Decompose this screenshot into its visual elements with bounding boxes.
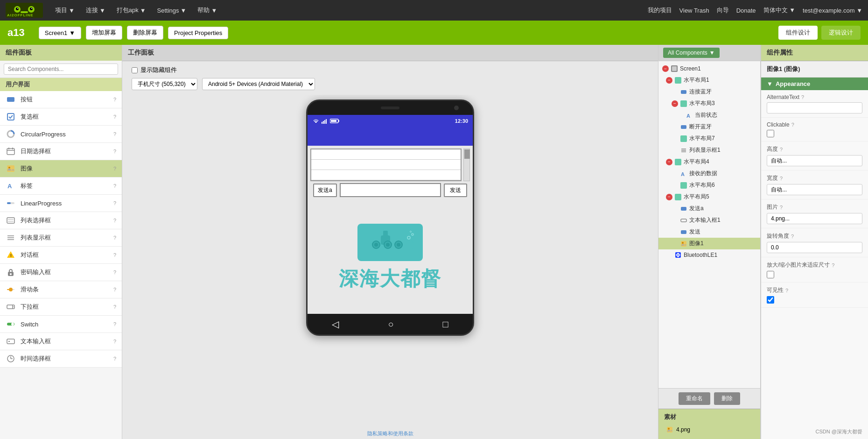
search-input[interactable]: [4, 64, 118, 75]
rotation-help[interactable]: ?: [791, 234, 794, 239]
rename-btn[interactable]: 重命名: [679, 392, 710, 405]
collapse-layout1[interactable]: −: [666, 77, 672, 84]
comp-button[interactable]: 按钮 ?: [0, 91, 122, 108]
time-picker-help-icon[interactable]: ?: [113, 356, 116, 361]
nav-wizard[interactable]: 向导: [717, 6, 729, 14]
send-button[interactable]: 发送: [444, 184, 467, 197]
comp-time-picker[interactable]: 时间选择框 ?: [0, 350, 122, 368]
visible-help[interactable]: ?: [785, 288, 788, 293]
tree-screen1[interactable]: − Screen1: [658, 63, 760, 74]
collapse-layout5[interactable]: −: [666, 194, 672, 200]
phone-size-select[interactable]: 手机尺寸 (505,320): [132, 78, 197, 90]
rotation-input[interactable]: [767, 242, 862, 253]
clickable-checkbox[interactable]: [767, 130, 774, 137]
scale-to-fit-checkbox[interactable]: [767, 271, 774, 278]
list-view-help-icon[interactable]: ?: [113, 235, 116, 241]
add-screen-button[interactable]: 增加屏幕: [86, 26, 122, 40]
collapse-screen1[interactable]: −: [662, 65, 669, 72]
nav-my-projects[interactable]: 我的项目: [648, 6, 672, 14]
alternate-text-input[interactable]: [767, 102, 862, 113]
label-help-icon[interactable]: ?: [113, 183, 116, 189]
linear-progress-help-icon[interactable]: ?: [113, 200, 116, 206]
scale-help[interactable]: ?: [832, 262, 834, 268]
comp-spinner[interactable]: 下拉框 ?: [0, 298, 122, 316]
collapse-layout3[interactable]: −: [672, 100, 678, 107]
show-hidden-checkbox[interactable]: [132, 67, 138, 73]
comp-list-view[interactable]: 列表显示框 ?: [0, 229, 122, 247]
nav-view-trash[interactable]: View Trash: [679, 7, 709, 14]
send-a-button[interactable]: 发送a: [313, 184, 337, 197]
visible-checkbox[interactable]: [767, 296, 774, 304]
password-help-icon[interactable]: ?: [113, 269, 116, 275]
tree-senda[interactable]: 发送a: [658, 203, 760, 214]
footer-link[interactable]: 隐私策略和使用条款: [122, 428, 658, 439]
screen1-button[interactable]: Screen1 ▼: [39, 27, 81, 39]
alternate-text-help[interactable]: ?: [801, 94, 804, 100]
tree-textbox1[interactable]: 文本输入框1: [658, 214, 760, 226]
image-help-icon[interactable]: ?: [113, 166, 116, 171]
comp-linear-progress[interactable]: LinearProgress ?: [0, 195, 122, 212]
tree-layout7[interactable]: 水平布局7: [658, 133, 760, 144]
button-help-icon[interactable]: ?: [113, 97, 116, 102]
nav-settings[interactable]: Settings ▼: [153, 4, 191, 16]
width-input[interactable]: [767, 184, 862, 195]
list-picker-help-icon[interactable]: ?: [113, 218, 116, 223]
picture-input[interactable]: [767, 213, 862, 224]
checkbox-help-icon[interactable]: ?: [113, 114, 116, 120]
date-picker-help-icon[interactable]: ?: [113, 149, 116, 154]
project-properties-button[interactable]: Project Properties: [168, 27, 228, 39]
comp-switch[interactable]: Switch ?: [0, 316, 122, 333]
home-icon[interactable]: ○: [388, 319, 393, 330]
tree-layout3[interactable]: − 水平布局3: [658, 98, 760, 109]
tree-listview1[interactable]: 列表显示框1: [658, 144, 760, 156]
scroll-track[interactable]: [463, 149, 470, 181]
comp-slider[interactable]: 滑动条 ?: [0, 281, 122, 298]
tree-disconnect-bt[interactable]: 断开蓝牙: [658, 121, 760, 133]
comp-checkbox[interactable]: 复选框 ?: [0, 108, 122, 126]
tree-connect-bt[interactable]: 连接蓝牙: [658, 86, 760, 98]
height-input[interactable]: [767, 155, 862, 166]
tree-bluetooth-le[interactable]: BluetoothLE1: [658, 249, 760, 261]
tree-image1[interactable]: 图像1: [658, 238, 760, 249]
nav-connect[interactable]: 连接 ▼: [81, 4, 110, 16]
tree-send[interactable]: 发送: [658, 226, 760, 238]
remove-screen-button[interactable]: 删除屏幕: [127, 26, 163, 40]
tree-layout5[interactable]: − 水平布局5: [658, 191, 760, 203]
tree-layout4[interactable]: − 水平布局4: [658, 156, 760, 168]
text-input-help-icon[interactable]: ?: [113, 339, 116, 344]
comp-date-picker[interactable]: 日期选择框 ?: [0, 143, 122, 160]
spinner-help-icon[interactable]: ?: [113, 304, 116, 310]
notifier-help-icon[interactable]: ?: [113, 252, 116, 258]
comp-text-input[interactable]: 文本输入框 ?: [0, 333, 122, 350]
comp-notifier[interactable]: ! 对话框 ?: [0, 247, 122, 264]
nav-build[interactable]: 打包apk ▼: [112, 4, 151, 16]
switch-help-icon[interactable]: ?: [113, 321, 116, 327]
picture-help[interactable]: ?: [780, 205, 783, 210]
tree-received-data[interactable]: A 接收的数据: [658, 168, 760, 179]
tree-current-status[interactable]: A 当前状态: [658, 109, 760, 121]
text-input-field[interactable]: [340, 183, 441, 197]
slider-help-icon[interactable]: ?: [113, 287, 116, 292]
device-type-select[interactable]: Android 5+ Devices (Android Material): [202, 78, 315, 90]
recent-icon[interactable]: □: [442, 319, 448, 330]
tree-layout1[interactable]: − 水平布局1: [658, 74, 760, 86]
width-help[interactable]: ?: [780, 176, 783, 181]
height-help[interactable]: ?: [780, 147, 783, 152]
logic-tab[interactable]: 逻辑设计: [821, 26, 861, 40]
nav-donate[interactable]: Donate: [736, 7, 756, 14]
design-tab[interactable]: 组件设计: [778, 26, 818, 40]
comp-circular-progress[interactable]: CircularProgress ?: [0, 126, 122, 143]
delete-btn[interactable]: 删除: [714, 392, 740, 405]
collapse-layout4[interactable]: −: [666, 159, 672, 165]
circular-progress-help-icon[interactable]: ?: [113, 131, 116, 137]
clickable-help[interactable]: ?: [791, 122, 794, 127]
comp-image[interactable]: 图像 ?: [0, 160, 122, 177]
comp-password[interactable]: 密码输入框 ?: [0, 264, 122, 281]
back-icon[interactable]: ◁: [332, 319, 339, 330]
tree-layout6[interactable]: 水平布局6: [658, 179, 760, 191]
nav-account[interactable]: test@example.com ▼: [803, 7, 862, 14]
comp-list-picker[interactable]: 列表选择框 ?: [0, 212, 122, 229]
nav-language[interactable]: 简体中文 ▼: [763, 6, 795, 14]
all-components-btn[interactable]: All Components ▼: [663, 48, 720, 58]
nav-help[interactable]: 帮助 ▼: [193, 4, 222, 16]
